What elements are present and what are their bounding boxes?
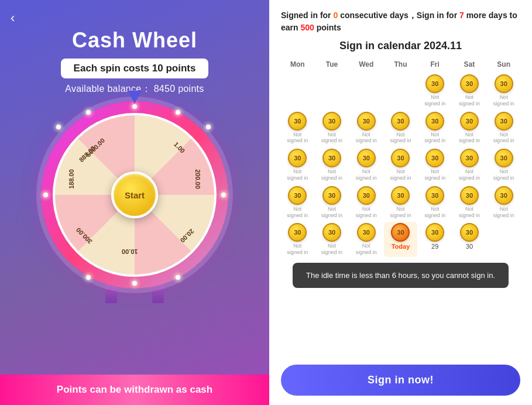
start-button[interactable]: Start <box>111 171 158 218</box>
cal-day-23: 30 Notsigned in <box>453 185 486 220</box>
idle-tooltip: The idle time is less than 6 hours, so y… <box>293 263 508 289</box>
coin-22: 30 <box>425 186 444 205</box>
cal-day-15: 30 Notsigned in <box>418 147 452 183</box>
cal-label-6: Notsigned in <box>356 132 377 145</box>
cal-label-11: Notsigned in <box>287 169 308 181</box>
coin-2: 30 <box>460 74 479 93</box>
back-button[interactable]: ‹ <box>11 11 15 26</box>
cal-label-29: 29 <box>431 243 438 250</box>
cal-day-24: 30 Notsigned in <box>487 185 520 220</box>
cal-header-fri: Fri <box>418 58 452 71</box>
spin-cost-badge: Each spin costs 10 points <box>61 59 209 78</box>
light-dot <box>206 125 211 129</box>
cal-label-20: Notsigned in <box>356 206 377 219</box>
cal-day-8: 30 Notsigned in <box>418 111 452 146</box>
cal-day-16: 30 Notsigned in <box>453 147 486 183</box>
coin-19: 30 <box>322 186 341 205</box>
coin-26: 30 <box>322 223 341 242</box>
cal-day-12: 30 Notsigned in <box>315 147 349 183</box>
wheel-pointer <box>128 91 142 104</box>
coin-14: 30 <box>391 149 410 167</box>
light-dot <box>221 193 226 197</box>
bottom-banner: Points can be withdrawn as cash <box>0 375 269 405</box>
page-title: Cash Wheel <box>72 28 197 53</box>
segment-label-2: 1.00 <box>173 140 187 155</box>
light-dot <box>132 281 137 286</box>
cal-day-19: 30 Notsigned in <box>315 185 349 220</box>
light-dot <box>43 193 48 197</box>
cal-empty-end <box>487 222 520 257</box>
coin-18: 30 <box>288 186 307 205</box>
cal-label-30: 30 <box>466 243 473 250</box>
cal-day-today: 30 Today <box>384 222 417 257</box>
sign-in-button[interactable]: Sign in now! <box>281 365 520 396</box>
cal-day-27: 30 Notsigned in <box>349 222 383 257</box>
wheel-inner: 5000.00 1.00 200.00 20.00 10.00 300.00 1… <box>53 113 217 277</box>
coin-25: 30 <box>288 223 307 242</box>
light-dot <box>176 275 180 280</box>
coin-27: 30 <box>357 223 376 242</box>
right-panel: Signed in for 0 consecutive days，Sign in… <box>269 0 532 405</box>
cal-header-thu: Thu <box>384 58 417 71</box>
cal-day-5: 30 Notsigned in <box>315 111 349 146</box>
cal-label-2: Notsigned in <box>459 94 480 107</box>
coin-17: 30 <box>495 149 513 167</box>
cal-label-15: Notsigned in <box>424 169 445 181</box>
coin-11: 30 <box>288 149 307 167</box>
wheel-outer: 5000.00 1.00 200.00 20.00 10.00 300.00 1… <box>41 101 228 289</box>
cal-label-1: Notsigned in <box>424 94 445 107</box>
cal-day-30: 30 30 <box>453 222 486 257</box>
cal-day-13: 30 Notsigned in <box>349 147 383 183</box>
cal-header-wed: Wed <box>349 58 383 71</box>
cal-label-4: Notsigned in <box>287 132 308 145</box>
segment-label-5: 10.00 <box>122 248 138 255</box>
cal-day-18: 30 Notsigned in <box>281 185 314 220</box>
cal-empty <box>384 73 417 108</box>
coin-13: 30 <box>357 149 376 167</box>
cal-label-21: Notsigned in <box>390 206 411 219</box>
coin-24: 30 <box>495 186 513 205</box>
cal-day-11: 30 Notsigned in <box>281 147 314 183</box>
cal-day-21: 30 Notsigned in <box>384 185 417 220</box>
coin-today: 30 <box>391 223 410 242</box>
coin-12: 30 <box>322 149 341 167</box>
cal-day-17: 30 Notsigned in <box>487 147 520 183</box>
cal-label-23: Notsigned in <box>459 206 480 219</box>
coin-7: 30 <box>391 112 410 131</box>
cal-empty <box>315 73 349 108</box>
cal-day-1: 30 Notsigned in <box>418 73 452 108</box>
cal-label-7: Notsigned in <box>390 132 411 145</box>
coin-8: 30 <box>425 112 444 131</box>
cal-day-3: 30 Notsigned in <box>487 73 520 108</box>
coin-23: 30 <box>460 186 479 205</box>
light-dot <box>132 104 137 109</box>
light-dot <box>86 110 91 115</box>
cal-label-3: Notsigned in <box>493 94 514 107</box>
coin-15: 30 <box>425 149 444 167</box>
cal-label-19: Notsigned in <box>321 206 342 219</box>
coin-5: 30 <box>322 112 341 131</box>
cal-day-29: 30 29 <box>418 222 452 257</box>
coin-29: 30 <box>425 223 444 242</box>
coin-9: 30 <box>460 112 479 131</box>
cal-day-10: 30 Notsigned in <box>487 111 520 146</box>
cal-day-20: 30 Notsigned in <box>349 185 383 220</box>
cal-label-24: Notsigned in <box>493 206 514 219</box>
light-dot <box>176 110 180 115</box>
cal-label-9: Notsigned in <box>459 132 480 145</box>
cal-label-17: Notsigned in <box>493 169 514 181</box>
cal-day-6: 30 Notsigned in <box>349 111 383 146</box>
cal-label-5: Notsigned in <box>321 132 342 145</box>
cal-header-sun: Sun <box>487 58 520 71</box>
coin-16: 30 <box>460 149 479 167</box>
coin-20: 30 <box>357 186 376 205</box>
cal-day-4: 30 Notsigned in <box>281 111 314 146</box>
coin-30: 30 <box>460 223 479 242</box>
calendar-grid: Mon Tue Wed Thu Fri Sat Sun 30 Notsigned… <box>281 58 520 257</box>
calendar-title: Sign in calendar 2024.11 <box>281 40 520 52</box>
cal-day-26: 30 Notsigned in <box>315 222 349 257</box>
segment-label-4: 20.00 <box>179 228 195 244</box>
cal-label-today: Today <box>392 243 410 250</box>
coin-3: 30 <box>495 74 513 93</box>
segment-label-3: 200.00 <box>194 170 201 190</box>
